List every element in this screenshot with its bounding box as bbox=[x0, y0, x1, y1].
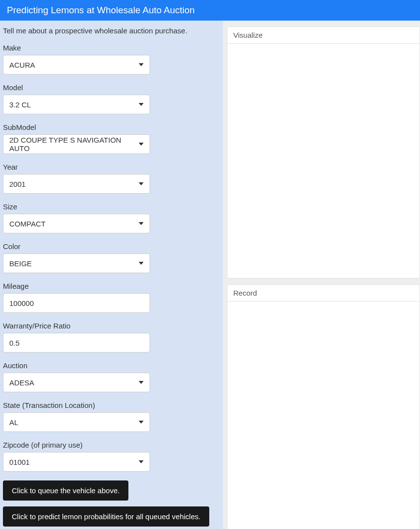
queue-button[interactable]: Click to queue the vehicle above. bbox=[3, 480, 128, 501]
field-make: Make ACURA bbox=[3, 44, 220, 75]
field-model: Model 3.2 CL bbox=[3, 83, 220, 114]
predict-button[interactable]: Click to predict lemon probabilities for… bbox=[3, 506, 209, 527]
page-header: Predicting Lemons at Wholesale Auto Auct… bbox=[0, 0, 420, 21]
field-state: State (Transaction Location) AL bbox=[3, 401, 220, 432]
caret-down-icon bbox=[139, 182, 144, 185]
model-value: 3.2 CL bbox=[9, 101, 31, 109]
caret-down-icon bbox=[139, 381, 144, 384]
mileage-value: 100000 bbox=[9, 299, 34, 307]
year-select[interactable]: 2001 bbox=[3, 174, 150, 194]
page-title: Predicting Lemons at Wholesale Auto Auct… bbox=[7, 5, 195, 15]
record-header: Record bbox=[227, 285, 420, 302]
zipcode-value: 01001 bbox=[9, 458, 30, 466]
submodel-select[interactable]: 2D COUPE TYPE S NAVIGATION AUTO bbox=[3, 134, 150, 154]
right-column: Visualize Record bbox=[223, 21, 420, 529]
field-ratio: Warranty/Price Ratio 0.5 bbox=[3, 322, 220, 353]
caret-down-icon bbox=[139, 421, 144, 424]
field-auction: Auction ADESA bbox=[3, 361, 220, 392]
visualize-header: Visualize bbox=[227, 27, 420, 44]
size-label: Size bbox=[3, 202, 220, 211]
zipcode-select[interactable]: 01001 bbox=[3, 452, 150, 472]
ratio-label: Warranty/Price Ratio bbox=[3, 322, 220, 330]
state-select[interactable]: AL bbox=[3, 412, 150, 432]
auction-value: ADESA bbox=[9, 378, 34, 387]
caret-down-icon bbox=[139, 103, 144, 106]
color-label: Color bbox=[3, 242, 220, 251]
submodel-label: SubModel bbox=[3, 123, 220, 131]
field-submodel: SubModel 2D COUPE TYPE S NAVIGATION AUTO bbox=[3, 123, 220, 154]
submodel-value: 2D COUPE TYPE S NAVIGATION AUTO bbox=[9, 136, 139, 152]
make-value: ACURA bbox=[9, 61, 35, 69]
auction-label: Auction bbox=[3, 361, 220, 370]
model-select[interactable]: 3.2 CL bbox=[3, 95, 150, 114]
caret-down-icon bbox=[139, 143, 144, 146]
state-label: State (Transaction Location) bbox=[3, 401, 220, 409]
color-select[interactable]: BEIGE bbox=[3, 253, 150, 273]
size-value: COMPACT bbox=[9, 220, 46, 228]
size-select[interactable]: COMPACT bbox=[3, 214, 150, 233]
caret-down-icon bbox=[139, 63, 144, 66]
field-color: Color BEIGE bbox=[3, 242, 220, 273]
visualize-panel: Visualize bbox=[227, 26, 420, 278]
visualize-body bbox=[227, 44, 420, 278]
model-label: Model bbox=[3, 83, 220, 92]
year-label: Year bbox=[3, 163, 220, 171]
make-label: Make bbox=[3, 44, 220, 52]
ratio-value: 0.5 bbox=[9, 339, 20, 347]
make-select[interactable]: ACURA bbox=[3, 55, 150, 75]
mileage-label: Mileage bbox=[3, 282, 220, 290]
field-size: Size COMPACT bbox=[3, 202, 220, 233]
state-value: AL bbox=[9, 418, 18, 427]
field-mileage: Mileage 100000 bbox=[3, 282, 220, 313]
field-zipcode: Zipcode (of primary use) 01001 bbox=[3, 441, 220, 472]
color-value: BEIGE bbox=[9, 259, 32, 268]
intro-text: Tell me about a prospective wholesale au… bbox=[3, 26, 220, 35]
caret-down-icon bbox=[139, 262, 144, 265]
form-panel: Tell me about a prospective wholesale au… bbox=[0, 21, 223, 529]
record-body bbox=[227, 302, 420, 529]
caret-down-icon bbox=[139, 222, 144, 225]
record-panel: Record bbox=[227, 284, 420, 529]
zipcode-label: Zipcode (of primary use) bbox=[3, 441, 220, 449]
auction-select[interactable]: ADESA bbox=[3, 373, 150, 392]
field-year: Year 2001 bbox=[3, 163, 220, 194]
main-layout: Tell me about a prospective wholesale au… bbox=[0, 21, 420, 529]
mileage-input[interactable]: 100000 bbox=[3, 293, 150, 313]
year-value: 2001 bbox=[9, 180, 25, 188]
caret-down-icon bbox=[139, 460, 144, 463]
ratio-input[interactable]: 0.5 bbox=[3, 333, 150, 353]
